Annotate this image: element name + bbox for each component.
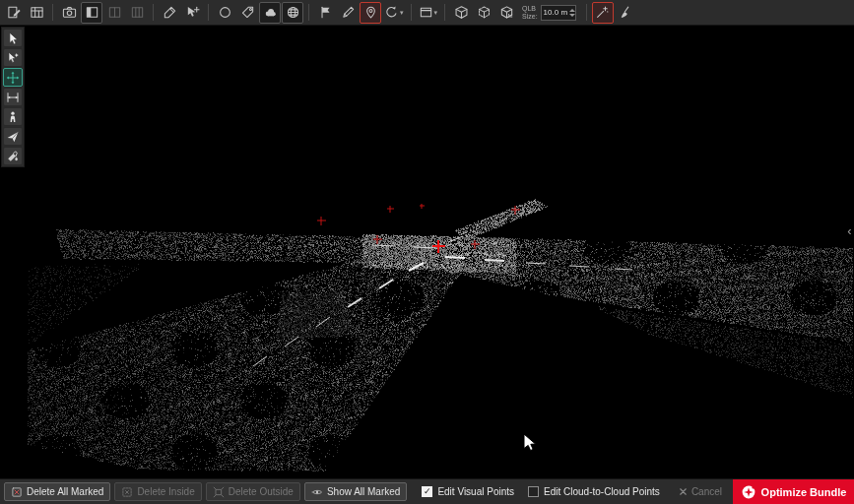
edit-cloud-to-cloud-checkbox-box[interactable] — [528, 486, 539, 497]
dual-pane-button — [103, 2, 125, 24]
delete-outside-button-label: Delete Outside — [229, 486, 294, 497]
cube-m-button[interactable]: M — [495, 2, 517, 24]
edit-visual-points-checkbox[interactable]: ✓Edit Visual Points — [422, 486, 514, 497]
view-pane-dropdown-button[interactable]: ▾ — [417, 2, 440, 24]
toolbar-separator — [586, 4, 587, 21]
move-tool-icon — [6, 71, 20, 85]
pane-dd-icon — [419, 5, 433, 20]
pick-points-button[interactable] — [592, 2, 614, 24]
edit-project-button[interactable] — [3, 2, 25, 24]
select-plus-icon — [185, 5, 200, 20]
qlb-size-input[interactable]: 10.0 m — [541, 5, 576, 21]
delete-outside-button: Delete Outside — [206, 482, 300, 501]
single-pane-button[interactable] — [81, 2, 102, 24]
optimize-bundle-button[interactable]: Optimize Bundle — [733, 479, 854, 504]
left-toolbar — [1, 27, 25, 167]
paint-select-tool[interactable] — [3, 147, 23, 165]
control-point-button[interactable] — [360, 2, 381, 24]
cube-select-icon — [477, 5, 492, 20]
cut-tool-button[interactable] — [159, 2, 180, 24]
paint-select-icon — [6, 150, 20, 163]
layout-grid-icon — [30, 5, 44, 20]
show-marked-icon — [311, 486, 323, 498]
flag-icon — [318, 5, 333, 20]
measure-distance-icon — [6, 91, 20, 104]
globe-icon — [286, 5, 300, 20]
globe-toggle-button[interactable] — [282, 2, 303, 24]
toolbar-group-mode: ▾ — [417, 2, 440, 24]
edit-visual-points-checkbox-label: Edit Visual Points — [437, 486, 514, 497]
pane-dual-icon — [107, 5, 122, 20]
delete-inside-button: Delete Inside — [114, 482, 201, 501]
orbit-icon — [384, 5, 399, 20]
toolbar-group-project — [3, 2, 47, 24]
delete-inside-button-label: Delete Inside — [137, 486, 194, 497]
toolbar-group-blocks: M — [450, 2, 517, 24]
wand-icon — [595, 5, 610, 20]
toolbar-group-pick — [592, 2, 636, 24]
toolbar-separator — [411, 4, 412, 21]
toolbar-separator — [308, 4, 309, 21]
layout-grid-button[interactable] — [26, 2, 47, 24]
circle-select-button[interactable] — [214, 2, 235, 24]
pedestrian-view-tool[interactable] — [3, 107, 23, 126]
cancel-button: Cancel — [671, 482, 729, 501]
cube-m-icon: M — [499, 5, 514, 20]
top-toolbar: ▾▾MQLBSize:10.0 m — [0, 0, 854, 26]
qlb-size-label: QLBSize: — [522, 5, 538, 21]
point-cloud-viewport[interactable] — [0, 0, 854, 504]
flag-marker-button[interactable] — [314, 2, 336, 24]
panel-expander-arrow[interactable]: ‹ — [845, 224, 854, 238]
qlb-size-spinner[interactable] — [569, 9, 575, 17]
qlb-size-control: QLBSize:10.0 m — [522, 5, 576, 21]
cloud-icon — [263, 5, 278, 20]
select-add-button[interactable] — [181, 2, 203, 24]
knife-icon — [163, 5, 177, 20]
cube-select-button[interactable] — [473, 2, 494, 24]
edit-visual-points-checkbox-box[interactable]: ✓ — [422, 486, 432, 497]
toolbar-group-views — [58, 2, 148, 24]
toolbar-group-display — [214, 2, 303, 24]
svg-text:M: M — [507, 12, 512, 19]
edit-cloud-to-cloud-checkbox[interactable]: Edit Cloud-to-Cloud Points — [528, 486, 660, 497]
fly-navigation-tool[interactable] — [3, 127, 23, 146]
smart-select-tool[interactable] — [3, 48, 23, 67]
person-view-icon — [6, 110, 20, 124]
tag-icon — [240, 5, 255, 20]
select-cursor-icon — [6, 32, 20, 45]
delete-all-marked-button-label: Delete All Marked — [27, 486, 103, 497]
toolbar-separator — [208, 4, 209, 21]
select-cursor-tool[interactable] — [3, 29, 23, 47]
move-tool[interactable] — [3, 68, 23, 87]
qlb-size-value: 10.0 m — [544, 8, 567, 17]
delete-all-marked-button[interactable]: Delete All Marked — [4, 482, 110, 501]
spinner-up-icon[interactable] — [569, 9, 575, 12]
pane-single-icon — [85, 5, 99, 20]
toolbar-separator — [52, 4, 53, 21]
app-window: ▾▾MQLBSize:10.0 m ‹ Delete All MarkedDel… — [0, 0, 854, 504]
pin-icon — [363, 5, 378, 20]
bottom-bar: Delete All MarkedDelete InsideDelete Out… — [0, 478, 854, 504]
clean-tool-button[interactable] — [615, 2, 636, 24]
cube-view-button[interactable] — [450, 2, 472, 24]
camera-button[interactable] — [58, 2, 80, 24]
dropdown-arrow-icon: ▾ — [400, 9, 404, 17]
measure-distance-tool[interactable] — [3, 88, 23, 106]
circle-icon — [218, 5, 232, 20]
show-all-marked-button-label: Show All Marked — [327, 486, 400, 497]
draw-pen-button[interactable] — [337, 2, 359, 24]
point-cloud-toggle-button[interactable] — [259, 2, 281, 24]
delete-outside-icon — [213, 486, 225, 498]
select-spark-icon — [6, 51, 20, 65]
camera-icon — [62, 5, 77, 20]
fly-navigation-icon — [6, 130, 20, 144]
orbit-refresh-button[interactable]: ▾ — [382, 2, 406, 24]
spinner-down-icon[interactable] — [569, 14, 575, 17]
cube-icon — [454, 5, 469, 20]
toolbar-separator — [153, 4, 154, 21]
dropdown-arrow-icon: ▾ — [434, 9, 438, 17]
edit-cloud-to-cloud-checkbox-label: Edit Cloud-to-Cloud Points — [544, 486, 660, 497]
tag-button[interactable] — [236, 2, 258, 24]
show-all-marked-button[interactable]: Show All Marked — [304, 482, 407, 501]
toolbar-group-annotate: ▾ — [314, 2, 406, 24]
